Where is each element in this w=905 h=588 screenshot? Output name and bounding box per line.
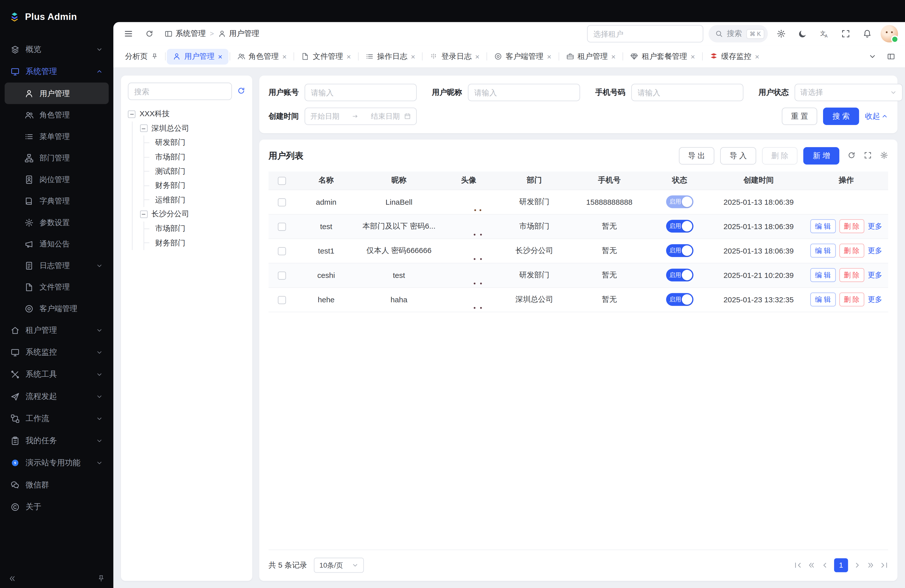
notification-bell-icon[interactable] bbox=[859, 25, 875, 42]
status-toggle[interactable]: 启用 bbox=[666, 195, 693, 208]
table-settings-icon[interactable] bbox=[880, 151, 888, 161]
tab-list-dropdown-icon[interactable] bbox=[864, 48, 881, 65]
reset-button[interactable]: 重 置 bbox=[781, 108, 817, 125]
tree-node-leaf[interactable]: 市场部门 bbox=[152, 150, 245, 164]
sidebar-item-dict-mgmt[interactable]: 字典管理 bbox=[5, 190, 109, 212]
pin-sidebar-icon[interactable] bbox=[97, 574, 105, 582]
tree-collapse-toggle[interactable] bbox=[128, 110, 135, 118]
language-icon[interactable] bbox=[816, 25, 832, 42]
tab-tenant-package[interactable]: 租户套餐管理 × bbox=[624, 49, 701, 64]
account-input[interactable] bbox=[305, 84, 417, 101]
jump-back-icon[interactable] bbox=[807, 561, 816, 569]
sidebar-item-sys-tools[interactable]: 系统工具 bbox=[5, 364, 109, 386]
tab-user-mgmt[interactable]: 用户管理 × bbox=[167, 49, 228, 64]
delete-row-button[interactable]: 删 除 bbox=[839, 268, 864, 282]
status-toggle[interactable]: 启用 bbox=[666, 293, 693, 306]
sidebar-item-my-tasks[interactable]: 我的任务 bbox=[5, 430, 109, 452]
tree-node-root[interactable]: XXX科技 bbox=[128, 107, 245, 121]
tab-client-mgmt[interactable]: 客户端管理 × bbox=[488, 49, 557, 64]
tab-close-icon[interactable]: × bbox=[218, 52, 222, 60]
tree-node-leaf[interactable]: 研发部门 bbox=[152, 135, 245, 150]
tab-close-icon[interactable]: × bbox=[691, 52, 695, 60]
tab-close-icon[interactable]: × bbox=[411, 52, 415, 60]
sidebar-item-wechat-group[interactable]: 微信群 bbox=[5, 474, 109, 496]
prev-page-icon[interactable] bbox=[821, 561, 829, 569]
more-link[interactable]: 更多 bbox=[868, 270, 882, 280]
dark-mode-moon-icon[interactable] bbox=[795, 25, 811, 42]
refresh-page-icon[interactable] bbox=[141, 25, 158, 42]
tree-node-leaf[interactable]: 市场部门 bbox=[152, 221, 245, 236]
sidebar-item-demo-features[interactable]: 演示站专用功能 bbox=[5, 452, 109, 474]
edit-button[interactable]: 编 辑 bbox=[810, 268, 836, 282]
sidebar-item-system[interactable]: 系统管理 bbox=[5, 60, 109, 83]
table-refresh-icon[interactable] bbox=[848, 151, 856, 161]
date-range-picker[interactable]: 开始日期 结束日期 bbox=[305, 108, 417, 125]
page-number[interactable]: 1 bbox=[834, 558, 848, 572]
row-checkbox[interactable] bbox=[278, 296, 286, 304]
tab-close-icon[interactable]: × bbox=[346, 52, 351, 60]
select-all-checkbox[interactable] bbox=[278, 177, 286, 185]
row-checkbox[interactable] bbox=[278, 271, 286, 280]
edit-button[interactable]: 编 辑 bbox=[810, 219, 836, 233]
tab-role-mgmt[interactable]: 角色管理 × bbox=[231, 49, 292, 64]
tree-refresh-icon[interactable] bbox=[237, 86, 245, 96]
tree-search-input[interactable] bbox=[128, 83, 232, 100]
tab-layout-icon[interactable] bbox=[883, 48, 899, 65]
tree-node-leaf[interactable]: 财务部门 bbox=[152, 178, 245, 193]
next-page-icon[interactable] bbox=[853, 561, 861, 569]
tab-cache-monitor[interactable]: 缓存监控 × bbox=[703, 49, 765, 64]
sidebar-item-file-mgmt[interactable]: 文件管理 bbox=[5, 276, 109, 298]
sidebar-item-about[interactable]: 关于 bbox=[5, 496, 109, 518]
tab-operation-log[interactable]: 操作日志 × bbox=[360, 49, 421, 64]
tree-node-branch[interactable]: 深圳总公司 bbox=[140, 121, 245, 135]
more-link[interactable]: 更多 bbox=[868, 246, 882, 256]
collapse-filters-link[interactable]: 收起 bbox=[865, 111, 888, 122]
row-checkbox[interactable] bbox=[278, 198, 286, 206]
last-page-icon[interactable] bbox=[880, 561, 888, 569]
delete-row-button[interactable]: 删 除 bbox=[839, 219, 864, 233]
collapse-sidebar-icon[interactable] bbox=[8, 574, 16, 582]
sidebar-item-sys-monitor[interactable]: 系统监控 bbox=[5, 341, 109, 364]
jump-forward-icon[interactable] bbox=[867, 561, 875, 569]
table-fullscreen-icon[interactable] bbox=[864, 151, 872, 161]
phone-input[interactable] bbox=[631, 84, 743, 101]
delete-row-button[interactable]: 删 除 bbox=[839, 244, 864, 257]
sidebar-item-process-start[interactable]: 流程发起 bbox=[5, 386, 109, 408]
global-search[interactable]: 搜索 ⌘ K bbox=[708, 25, 768, 42]
fullscreen-icon[interactable] bbox=[838, 25, 854, 42]
row-checkbox[interactable] bbox=[278, 222, 286, 230]
page-size-select[interactable]: 10条/页 bbox=[314, 558, 364, 573]
sidebar-item-workflow[interactable]: 工作流 bbox=[5, 408, 109, 430]
status-toggle[interactable]: 启用 bbox=[666, 269, 693, 281]
breadcrumb-item-system[interactable]: 系统管理 bbox=[164, 29, 206, 39]
status-toggle[interactable]: 启用 bbox=[666, 220, 693, 233]
tab-close-icon[interactable]: × bbox=[547, 52, 551, 60]
nickname-input[interactable] bbox=[468, 84, 580, 101]
tree-node-branch[interactable]: 长沙分公司 bbox=[140, 207, 245, 221]
more-link[interactable]: 更多 bbox=[868, 294, 882, 304]
sidebar-item-client-mgmt[interactable]: 客户端管理 bbox=[5, 298, 109, 319]
tab-close-icon[interactable]: × bbox=[611, 52, 616, 60]
user-avatar[interactable] bbox=[881, 25, 898, 42]
first-page-icon[interactable] bbox=[794, 561, 802, 569]
search-button[interactable]: 搜 索 bbox=[823, 108, 859, 125]
more-link[interactable]: 更多 bbox=[868, 221, 882, 231]
sidebar-item-menu-mgmt[interactable]: 菜单管理 bbox=[5, 126, 109, 147]
status-select[interactable]: 请选择 bbox=[795, 84, 903, 101]
tab-analysis[interactable]: 分析页 bbox=[119, 49, 164, 64]
tree-collapse-toggle[interactable] bbox=[140, 210, 147, 218]
tree-node-leaf[interactable]: 运维部门 bbox=[152, 193, 245, 207]
settings-gear-icon[interactable] bbox=[773, 25, 789, 42]
hamburger-menu-icon[interactable] bbox=[121, 25, 137, 42]
add-button[interactable]: 新 增 bbox=[803, 147, 839, 164]
tenant-select-input[interactable] bbox=[587, 25, 703, 42]
sidebar-item-dept-mgmt[interactable]: 部门管理 bbox=[5, 147, 109, 169]
sidebar-item-tenant-mgmt[interactable]: 租户管理 bbox=[5, 319, 109, 341]
tab-tenant-mgmt[interactable]: 租户管理 × bbox=[560, 49, 621, 64]
delete-row-button[interactable]: 删 除 bbox=[839, 292, 864, 306]
sidebar-item-overview[interactable]: 概览 bbox=[5, 38, 109, 60]
sidebar-item-post-mgmt[interactable]: 岗位管理 bbox=[5, 169, 109, 191]
pin-icon[interactable] bbox=[151, 53, 158, 60]
sidebar-item-role-mgmt[interactable]: 角色管理 bbox=[5, 104, 109, 126]
edit-button[interactable]: 编 辑 bbox=[810, 244, 836, 257]
